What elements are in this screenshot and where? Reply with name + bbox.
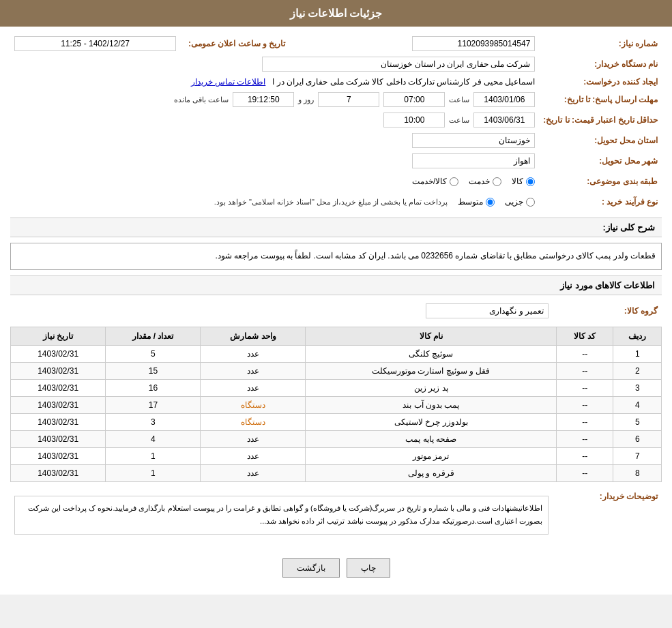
tawzih-table: توضیحات خریدار: اطلاعاتیشنهادات فنی و ما… — [10, 488, 662, 543]
noe-farayand-row: نوع فرآیند خرید : جزیی متوسط پرداخت تمام… — [10, 192, 662, 212]
cell-vahed: دستگاه — [201, 396, 306, 413]
goroh-input: تعمیر و نگهداری — [426, 303, 549, 318]
tawzih-row: توضیحات خریدار: اطلاعاتیشنهادات فنی و ما… — [10, 488, 662, 543]
tawzih-value: اطلاعاتیشنهادات فنی و مالی با شماره و تا… — [10, 488, 553, 543]
tarighe-kala-label: کالا — [512, 177, 523, 186]
noe-farayand-motavasset-radio[interactable] — [486, 198, 495, 207]
announce-value: 1402/12/27 - 11:25 — [10, 33, 180, 54]
nam-dastgah-row: نام دستگاه خریدار: شرکت ملی حفاری ایران … — [10, 54, 662, 74]
hadaqal-date-row: 1403/06/31 ساعت 10:00 — [14, 113, 535, 128]
nam-dastgah-label: نام دستگاه خریدار: — [539, 54, 662, 74]
cell-tarikh: 1403/02/31 — [11, 430, 106, 447]
ostan-row: استان محل تحویل: خوزستان — [10, 130, 662, 151]
cell-kod: -- — [557, 396, 613, 413]
nam-dastgah-value: شرکت ملی حفاری ایران در استان خوزستان — [10, 54, 539, 74]
goroh-label: گروه کالا: — [553, 301, 662, 321]
cell-radif: 5 — [613, 413, 662, 430]
goroh-table: گروه کالا: تعمیر و نگهداری — [10, 301, 662, 321]
mohlat-saat-box: 07:00 — [383, 92, 445, 107]
cell-radif: 2 — [613, 362, 662, 379]
cell-name: ترمز موتور — [306, 447, 557, 464]
cell-tarikh: 1403/02/31 — [11, 396, 106, 413]
cell-radif: 4 — [613, 396, 662, 413]
cell-name: سوئیچ کلنگی — [306, 345, 557, 362]
info-table: شماره نیاز: 1102093985014547 تاریخ و ساع… — [10, 33, 662, 212]
ijad-konande-row: ایجاد کننده درخواست: اسماعیل محیی فر کار… — [10, 74, 662, 89]
tarighe-khadamat-radio[interactable] — [493, 177, 501, 186]
sharh-text-box: قطعات ولدر پمب کالای درخواستی مطابق با ت… — [10, 243, 662, 270]
noe-farayand-jozei-radio[interactable] — [526, 198, 535, 207]
mohlat-rooz-label: روز و — [298, 95, 314, 104]
mohlat-saat-label: ساعت — [449, 95, 469, 104]
tarighe-kala-item[interactable]: کالا — [512, 177, 535, 186]
mohlat-value: 1403/01/06 ساعت 07:00 7 روز و 19:12:50 س… — [10, 89, 539, 110]
sharh-section-title: شرح کلی نیاز: — [10, 218, 662, 237]
mohlat-date-row: 1403/01/06 ساعت 07:00 7 روز و 19:12:50 س… — [14, 92, 535, 107]
tarighe-kala-radio[interactable] — [526, 177, 535, 186]
bazgasht-button[interactable]: بازگشت — [282, 558, 340, 578]
tarighe-kala-khadamat-radio[interactable] — [450, 177, 458, 186]
cell-tarikh: 1403/02/31 — [11, 464, 106, 481]
tarighe-label: طبقه بندی موضوعی: — [539, 171, 662, 192]
cell-vahed: عدد — [201, 362, 306, 379]
tarighe-kala-khadamat-item[interactable]: کالا/خدمت — [412, 177, 458, 186]
tarighe-khadamat-item[interactable]: خدمت — [469, 177, 501, 186]
cell-tarikh: 1403/02/31 — [11, 447, 106, 464]
nam-dastgah-input: شرکت ملی حفاری ایران در استان خوزستان — [262, 57, 535, 72]
cell-name: پمب بدون آب بند — [306, 396, 557, 413]
cell-tedad: 4 — [106, 430, 201, 447]
col-kod: کد کالا — [557, 327, 613, 345]
goroh-value: تعمیر و نگهداری — [10, 301, 553, 321]
col-tarikh: تاریخ نیاز — [11, 327, 106, 345]
noe-farayand-motavasset-item[interactable]: متوسط — [458, 197, 495, 207]
shahr-label: شهر محل تحویل: — [539, 151, 662, 171]
tawzih-text: اطلاعاتیشنهادات فنی و مالی با شماره و تا… — [14, 496, 549, 535]
mohlat-date-box: 1403/01/06 — [473, 92, 535, 107]
cell-kod: -- — [557, 379, 613, 396]
cell-vahed: عدد — [201, 379, 306, 396]
kala-section-title: اطلاعات کالاهای مورد نیاز — [10, 275, 662, 295]
cell-tarikh: 1403/02/31 — [11, 345, 106, 362]
cell-kod: -- — [557, 362, 613, 379]
ijad-konande-label: ایجاد کننده درخواست: — [539, 74, 662, 89]
cell-vahed: عدد — [201, 447, 306, 464]
cell-kod: -- — [557, 413, 613, 430]
table-row: 1 -- سوئیچ کلنگی عدد 5 1403/02/31 — [11, 345, 662, 362]
content-area: شماره نیاز: 1102093985014547 تاریخ و ساع… — [0, 27, 672, 595]
tarighe-row: طبقه بندی موضوعی: کالا خدمت — [10, 171, 662, 192]
page-title: جزئیات اطلاعات نیاز — [290, 8, 383, 19]
goods-table-head: ردیف کد کالا نام کالا واحد شمارش تعداد /… — [11, 327, 662, 345]
ijad-konande-link[interactable]: اطلاعات تماس خریدار — [191, 77, 266, 87]
cell-vahed: دستگاه — [201, 413, 306, 430]
cell-name: قرقره و پولی — [306, 464, 557, 481]
cell-name: فقل و سوئیچ استارت موتورسیکلت — [306, 362, 557, 379]
chap-button[interactable]: چاپ — [347, 558, 390, 578]
shomare-niaz-row: شماره نیاز: 1102093985014547 تاریخ و ساع… — [10, 33, 662, 54]
cell-name: صفحه پایه پمب — [306, 430, 557, 447]
shahr-row: شهر محل تحویل: اهواز — [10, 151, 662, 171]
goods-table-container: ردیف کد کالا نام کالا واحد شمارش تعداد /… — [10, 327, 662, 482]
table-row: 7 -- ترمز موتور عدد 1 1403/02/31 — [11, 447, 662, 464]
shahr-value: اهواز — [10, 151, 539, 171]
hadaqal-value: 1403/06/31 ساعت 10:00 — [10, 110, 539, 130]
cell-vahed: عدد — [201, 464, 306, 481]
noe-farayand-motavasset-label: متوسط — [458, 197, 483, 207]
col-name: نام کالا — [306, 327, 557, 345]
cell-radif: 3 — [613, 379, 662, 396]
noe-farayand-note: پرداخت تمام یا بخشی از مبلغ خرید،از محل … — [214, 198, 448, 207]
noe-farayand-value: جزیی متوسط پرداخت تمام یا بخشی از مبلغ خ… — [10, 192, 539, 212]
table-row: 4 -- پمب بدون آب بند دستگاه 17 1403/02/3… — [11, 396, 662, 413]
cell-radif: 6 — [613, 430, 662, 447]
mohlat-rooz-box: 7 — [318, 92, 379, 107]
hadaqal-row: حداقل تاریخ اعتبار قیمت: تا تاریخ: 1403/… — [10, 110, 662, 130]
goods-table: ردیف کد کالا نام کالا واحد شمارش تعداد /… — [10, 327, 662, 482]
cell-tarikh: 1403/02/31 — [11, 413, 106, 430]
shomare-niaz-input: 1102093985014547 — [412, 36, 535, 51]
shomare-niaz-label: شماره نیاز: — [539, 33, 662, 54]
noe-farayand-jozei-item[interactable]: جزیی — [505, 197, 535, 207]
button-row: چاپ بازگشت — [10, 548, 662, 588]
ostan-input: خوزستان — [412, 133, 535, 148]
col-vahed: واحد شمارش — [201, 327, 306, 345]
kala-title-text: اطلاعات کالاهای مورد نیاز — [560, 280, 655, 290]
table-row: 8 -- قرقره و پولی عدد 1 1403/02/31 — [11, 464, 662, 481]
